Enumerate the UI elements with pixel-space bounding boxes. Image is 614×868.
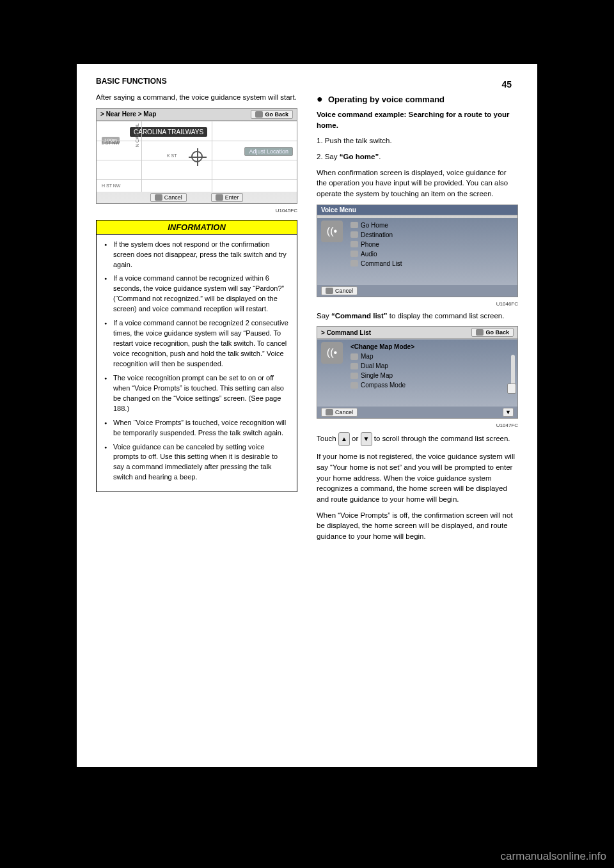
screenshot1-title: > Near Here > Map (100, 111, 156, 118)
voice-menu-item[interactable]: Audio (350, 249, 514, 259)
map-area[interactable]: 100m CAROLINA TRAILWAYS L ST NW H ST NW … (97, 121, 297, 192)
road-label: H ST NW (102, 183, 120, 188)
talk-icon (155, 194, 162, 201)
talk-icon (350, 260, 358, 267)
scroll-down-button[interactable]: ▼ (503, 408, 514, 417)
voice-menu-list: Go Home Destination Phone Audio Command … (350, 221, 514, 268)
image-code: U1047FC (317, 422, 518, 428)
adjust-location-button[interactable]: Adjust Location (244, 147, 293, 156)
command-list-item[interactable]: Dual Map (350, 361, 514, 371)
scroll-up-icon[interactable]: ▲ (338, 432, 350, 446)
right-column: Operating by voice command Voice command… (317, 92, 518, 547)
left-column: After saying a command, the voice guidan… (96, 92, 297, 547)
talk-icon (326, 409, 333, 415)
voice-menu-item[interactable]: Command List (350, 259, 514, 268)
talk-icon (326, 288, 333, 294)
scroll-down-icon[interactable]: ▼ (361, 432, 372, 446)
info-item: If the system does not respond or the co… (104, 240, 289, 270)
screenshot1-titlebar: > Near Here > Map Go Back (97, 109, 297, 121)
road-label: K ST (167, 153, 177, 158)
information-box: INFORMATION If the system does not respo… (96, 220, 297, 493)
talk-icon (350, 363, 358, 369)
voice-prompts-off-paragraph: When “Voice Prompts” is off, the confirm… (317, 510, 518, 542)
command-list-item[interactable]: Map (350, 352, 514, 361)
go-back-button[interactable]: Go Back (471, 328, 514, 337)
talk-icon (350, 382, 358, 389)
voice-menu-item[interactable]: Destination (350, 230, 514, 240)
cancel-button[interactable]: Cancel (150, 193, 187, 202)
scrollbar[interactable] (511, 355, 515, 392)
section-header: BASIC FUNCTIONS (96, 77, 518, 86)
voice-menu-item[interactable]: Go Home (350, 221, 514, 230)
example-heading: Voice command example: Searching for a r… (317, 109, 518, 130)
talk-icon (350, 251, 358, 257)
talk-icon (255, 111, 263, 118)
step-2: 2. Say “Go home”. (317, 151, 518, 162)
cancel-button[interactable]: Cancel (321, 286, 358, 295)
command-list-titlebar: > Command List Go Back (317, 327, 517, 339)
command-list-title: > Command List (321, 329, 371, 336)
information-heading: INFORMATION (97, 221, 297, 235)
home-not-set-paragraph: If your home is not registered, the voic… (317, 451, 518, 504)
talk-icon (350, 222, 358, 228)
screenshot-command-list: > Command List Go Back ((• <Change Map M… (317, 326, 518, 419)
image-code: U1046FC (317, 301, 518, 307)
cancel-button[interactable]: Cancel (321, 408, 358, 417)
info-item: If a voice command cannot be recognized … (104, 274, 289, 314)
road-label: L ST NW (102, 141, 120, 145)
command-list: <Change Map Mode> Map Dual Map Single Ma… (350, 342, 514, 390)
road-label: N CAPITOL (135, 123, 139, 147)
voice-wave-icon: ((• (321, 342, 343, 364)
info-item: When “Voice Prompts” is touched, voice r… (104, 418, 289, 438)
go-back-button[interactable]: Go Back (251, 110, 293, 119)
info-item: If a voice command cannot be recognized … (104, 318, 289, 369)
touch-scroll-paragraph: Touch ▲ or ▼ to scroll through the comma… (317, 432, 518, 446)
command-list-item[interactable]: Compass Mode (350, 380, 514, 390)
enter-button[interactable]: Enter (211, 193, 244, 202)
watermark-text: carmanualsonline.info (501, 850, 606, 863)
screenshot-voice-menu: Voice Menu ((• Go Home Destination Phone… (317, 205, 518, 297)
info-item: The voice recognition prompt can be set … (104, 373, 289, 414)
image-code: U1045FC (96, 208, 297, 213)
talk-icon (350, 373, 358, 379)
voice-menu-title: Voice Menu (321, 206, 356, 213)
voice-menu-item[interactable]: Phone (350, 240, 514, 249)
section-bullet: Operating by voice command (317, 95, 518, 104)
talk-icon (216, 194, 223, 201)
talk-icon (476, 329, 484, 336)
talk-icon (350, 241, 358, 247)
step-1: 1. Push the talk switch. (317, 136, 518, 146)
confirmation-paragraph: When confirmation screen is displayed, v… (317, 167, 518, 199)
map-crosshair-icon (191, 151, 203, 162)
info-item: Voice guidance can be canceled by settin… (104, 442, 289, 483)
command-group-label: <Change Map Mode> (350, 342, 514, 352)
voice-wave-icon: ((• (321, 221, 343, 242)
talk-icon (350, 353, 358, 360)
manual-page: BASIC FUNCTIONS 45 After saying a comman… (77, 64, 537, 767)
page-number: 45 (501, 79, 512, 89)
intro-paragraph: After saying a command, the voice guidan… (96, 92, 297, 103)
screenshot-near-here-map: > Near Here > Map Go Back 100m CAROLINA … (96, 108, 297, 204)
say-command-list: Say “Command list” to display the comman… (317, 311, 518, 322)
talk-icon (350, 231, 358, 238)
voice-menu-titlebar: Voice Menu (317, 205, 517, 215)
command-list-item[interactable]: Single Map (350, 371, 514, 380)
